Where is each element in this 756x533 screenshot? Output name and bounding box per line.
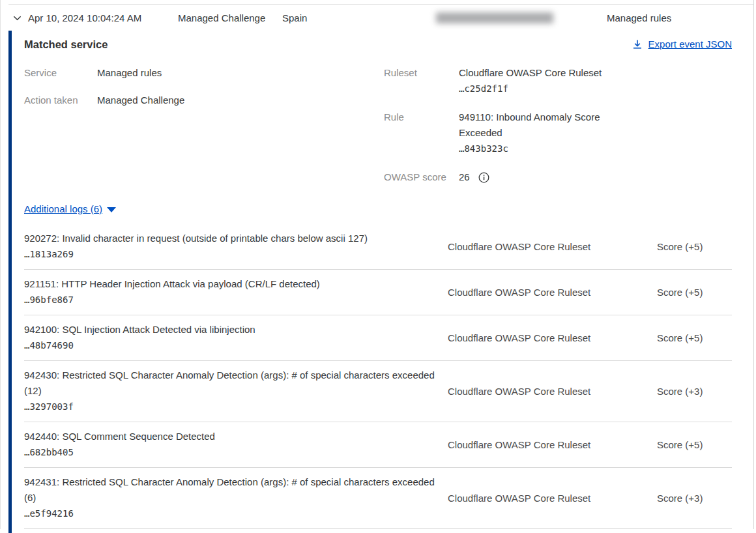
event-action: Managed Challenge — [178, 12, 282, 23]
log-rule-id: …1813a269 — [24, 249, 74, 259]
export-event-json-button[interactable]: Export event JSON — [632, 37, 732, 51]
log-rule-id: …96bfe867 — [24, 295, 74, 305]
event-timestamp: Apr 10, 2024 10:04:24 AM — [28, 12, 178, 23]
log-rule-id: …e5f94216 — [24, 508, 74, 519]
additional-log-row: 921151: HTTP Header Injection Attack via… — [24, 270, 732, 315]
ruleset-field: Ruleset Cloudflare OWASP Core Ruleset …c… — [384, 65, 732, 96]
rule-field: Rule 949110: Inbound Anomaly Score Excee… — [384, 109, 732, 156]
event-service: Managed rules — [607, 12, 671, 23]
ruleset-id: …c25d2f1f — [459, 83, 508, 94]
log-score: Score (+3) — [657, 386, 733, 397]
rule-id: …843b323c — [459, 143, 508, 154]
log-score: Score (+5) — [657, 241, 733, 252]
rule-label: Rule — [384, 109, 459, 156]
triangle-down-icon[interactable] — [107, 207, 116, 212]
log-ruleset-name: Cloudflare OWASP Core Ruleset — [448, 439, 657, 450]
additional-log-row: 942440: SQL Comment Sequence Detected …6… — [24, 422, 732, 468]
additional-logs-toggle[interactable]: Additional logs (6) — [24, 202, 102, 216]
log-score: Score (+5) — [657, 332, 733, 343]
rule-value: 949110: Inbound Anomaly Score Exceeded — [459, 111, 600, 138]
service-field: Service Managed rules — [24, 65, 384, 81]
log-rule-description: 942431: Restricted SQL Character Anomaly… — [24, 476, 435, 503]
log-ruleset-name: Cloudflare OWASP Core Ruleset — [448, 241, 657, 252]
additional-log-row: 942430: Restricted SQL Character Anomaly… — [24, 361, 732, 422]
panel-title: Matched service — [24, 37, 108, 51]
action-taken-label: Action taken — [24, 93, 97, 108]
owasp-score-label: OWASP score — [384, 169, 459, 185]
log-score: Score (+5) — [657, 439, 733, 450]
action-taken-value: Managed Challenge — [97, 93, 184, 108]
additional-log-row: 942431: Restricted SQL Character Anomaly… — [24, 468, 732, 529]
log-rule-id: …48b74690 — [24, 340, 74, 351]
ruleset-value: Cloudflare OWASP Core Ruleset — [459, 67, 602, 78]
row-top-divider — [8, 0, 753, 5]
additional-log-row: 942100: SQL Injection Attack Detected vi… — [24, 315, 732, 361]
additional-logs-list: 920272: Invalid character in request (ou… — [24, 224, 732, 529]
log-score: Score (+5) — [657, 287, 733, 298]
log-rule-id: …682bb405 — [24, 447, 74, 457]
log-ruleset-name: Cloudflare OWASP Core Ruleset — [448, 493, 657, 504]
action-taken-field: Action taken Managed Challenge — [24, 93, 384, 108]
log-rule-id: …3297003f — [24, 401, 74, 412]
service-value: Managed rules — [97, 65, 162, 81]
event-summary-row[interactable]: Apr 10, 2024 10:04:24 AM Managed Challen… — [1, 5, 753, 31]
log-ruleset-name: Cloudflare OWASP Core Ruleset — [448, 287, 657, 298]
event-details-window: Apr 10, 2024 10:04:24 AM Managed Challen… — [0, 0, 754, 529]
log-rule-description: 942430: Restricted SQL Character Anomaly… — [24, 369, 435, 396]
event-country: Spain — [282, 12, 436, 23]
owasp-score-value: 26 — [459, 169, 470, 185]
export-event-json-label: Export event JSON — [648, 37, 732, 51]
event-detail-panel: Matched service Export event JSON Servic… — [1, 31, 753, 533]
service-label: Service — [24, 65, 97, 81]
info-icon[interactable] — [478, 172, 489, 183]
owasp-score-field: OWASP score 26 — [384, 169, 732, 185]
chevron-down-icon[interactable] — [12, 13, 28, 23]
log-score: Score (+3) — [657, 493, 733, 504]
log-rule-description: 942440: SQL Comment Sequence Detected — [24, 431, 215, 442]
selected-row-accent-bar — [8, 31, 12, 533]
additional-log-row: 920272: Invalid character in request (ou… — [24, 224, 732, 270]
log-ruleset-name: Cloudflare OWASP Core Ruleset — [448, 386, 657, 397]
log-rule-description: 942100: SQL Injection Attack Detected vi… — [24, 324, 255, 335]
download-icon — [632, 39, 643, 50]
log-ruleset-name: Cloudflare OWASP Core Ruleset — [448, 332, 657, 343]
log-rule-description: 920272: Invalid character in request (ou… — [24, 233, 368, 244]
ruleset-label: Ruleset — [384, 65, 459, 96]
log-rule-description: 921151: HTTP Header Injection Attack via… — [24, 278, 320, 289]
redacted-host-value — [436, 12, 553, 23]
